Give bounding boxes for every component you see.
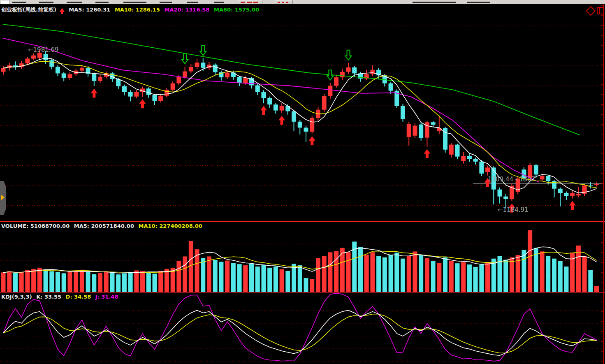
sell-signal-arrow (345, 50, 352, 60)
ma10-readout: MA10: 1286.15 (115, 7, 160, 13)
volume-ma10-readout: MA10: 227400208.00 (138, 223, 202, 229)
sell-signal-arrow (182, 54, 188, 64)
buy-signal-arrow (260, 106, 267, 115)
toolbar-menu-item[interactable] (467, 2, 490, 3)
chart-area[interactable] (0, 4, 605, 364)
toolbar-menu-item[interactable] (123, 2, 146, 3)
toolbar-menu-item[interactable] (214, 2, 224, 3)
kdj-pane-header: KDJ(9,3,3) K: 33.55 D: 34.58 J: 31.48 (1, 294, 121, 300)
buy-signal-arrow (569, 201, 576, 210)
ma5-readout: MA5: 1260.31 (69, 7, 110, 13)
toolbar-red-button[interactable] (275, 0, 293, 4)
top-toolbar[interactable] (0, 0, 605, 4)
toolbar-menu-item[interactable] (12, 2, 26, 3)
sell-signal-arrow (200, 46, 206, 56)
range-price-label: 1309.44 - 1307. (488, 176, 537, 183)
toolbar-menu-item[interactable] (160, 2, 172, 3)
up-arrow-icon (60, 8, 65, 12)
toolbar-menu-item[interactable] (39, 2, 53, 3)
toolbar-menu-item[interactable] (413, 2, 456, 3)
buy-signal-arrow (91, 88, 97, 97)
volume-readout: VOLUME: 51088700.00 (1, 223, 70, 229)
symbol-title: 创业板指(周线.前复权) (1, 7, 56, 13)
buy-signal-arrow (278, 116, 285, 125)
kdj-k-readout: K: 33.55 (36, 294, 61, 300)
toolbar-red-button[interactable] (238, 0, 262, 4)
buy-signal-arrow (309, 136, 315, 145)
candlestick-chart-canvas[interactable] (0, 4, 605, 364)
trading-app-window: { "toolbar": { "dark_items": [ {"x":30,"… (0, 0, 605, 364)
kdj-j-readout: J: 31.48 (95, 294, 118, 300)
ma20-readout: MA20: 1316.58 (164, 7, 209, 13)
volume-pane-header: VOLUME: 51088700.00 MA5: 200571840.00 MA… (1, 223, 205, 229)
toolbar-menu-item[interactable] (95, 2, 109, 3)
toolbar-menu-item[interactable] (187, 2, 198, 3)
toolbar-menu-item[interactable] (67, 2, 82, 3)
buy-signal-arrow (424, 149, 430, 158)
kdj-name: KDJ(9,3,3) (1, 294, 32, 300)
split-window-icon[interactable] (597, 7, 604, 14)
expand-arrow-icon (1, 195, 5, 200)
peak-price-label: ←1981.69 (28, 46, 59, 53)
sidebar-expand-handle[interactable] (0, 181, 6, 215)
ma60-readout: MA60: 1575.00 (214, 7, 259, 13)
buy-signal-arrow (139, 99, 146, 108)
low-price-label: ←1184.91 (498, 206, 529, 213)
main-pane-header: 创业板指(周线.前复权) MA5: 1260.31 MA10: 1286.15 … (1, 6, 262, 14)
toolbar-app-icon[interactable] (1, 0, 10, 4)
volume-ma5-readout: MA5: 200571840.00 (74, 223, 134, 229)
kdj-d-readout: D: 34.58 (66, 294, 91, 300)
